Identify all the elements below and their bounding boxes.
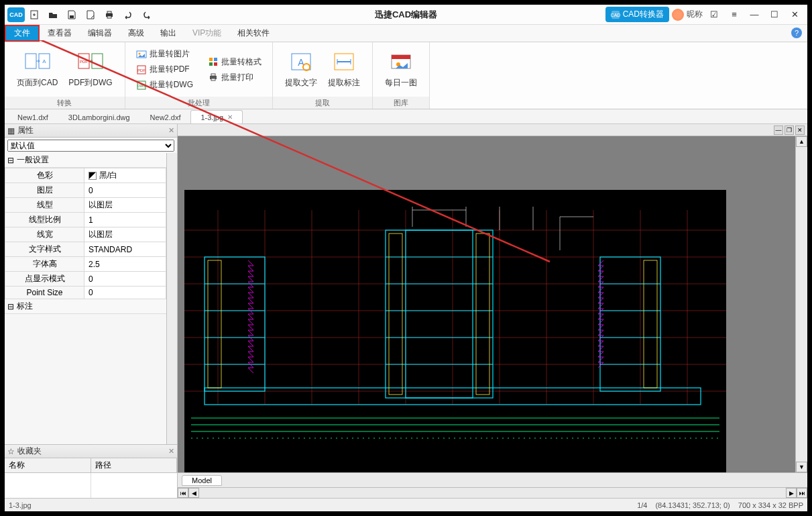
svg-rect-78: [208, 260, 221, 388]
menu-output[interactable]: 输出: [152, 25, 184, 42]
redo-icon[interactable]: [137, 7, 156, 23]
svg-rect-21: [209, 58, 213, 61]
prop-row-linetype[interactable]: 线型以图层: [5, 198, 166, 213]
prop-row-ltscale[interactable]: 线型比例1: [5, 213, 166, 227]
svg-rect-6: [107, 16, 111, 18]
menu-icon[interactable]: ≡: [726, 7, 743, 22]
fav-col-name[interactable]: 名称: [5, 458, 91, 472]
panel-close-icon[interactable]: ✕: [168, 126, 174, 135]
canvas-toolbar: — ❐ ✕: [178, 124, 807, 136]
svg-rect-27: [211, 79, 215, 81]
svg-point-16: [138, 52, 140, 54]
batch-image-button[interactable]: 批量转图片: [132, 47, 197, 61]
batch-format-button[interactable]: 批量转格式: [204, 55, 266, 69]
left-panel: ▦ 属性 ✕ 默认值 ⊟ 一般设置 色彩黑/白 图层0 线型以图层 线型比例1: [5, 124, 178, 498]
user-nickname[interactable]: 昵称: [672, 9, 703, 21]
prop-row-pointsize[interactable]: Point Size0: [5, 287, 166, 299]
undo-icon[interactable]: [119, 7, 137, 23]
prop-row-lineweight[interactable]: 线宽以图层: [5, 227, 166, 242]
close-button[interactable]: ✕: [786, 7, 803, 22]
prop-row-textstyle[interactable]: 文字样式STANDARD: [5, 242, 166, 257]
doc-tab-2[interactable]: 3DLamborgini.dwg: [58, 110, 140, 123]
canvas-close-icon[interactable]: ✕: [795, 125, 805, 135]
canvas-restore-icon[interactable]: ❐: [785, 125, 794, 135]
canvas-vertical-scrollbar[interactable]: ▲ ▼: [795, 136, 807, 472]
favorites-body: [5, 473, 177, 498]
properties-panel-header: ▦ 属性 ✕: [5, 124, 177, 138]
scroll-right-icon[interactable]: ▶: [786, 488, 797, 498]
default-value-select[interactable]: 默认值: [7, 140, 174, 152]
doc-tab-4[interactable]: 1-3.jpg✕: [190, 110, 243, 123]
maximize-button[interactable]: ☐: [766, 7, 783, 22]
viewport[interactable]: [178, 136, 795, 472]
canvas-minimize-icon[interactable]: —: [774, 125, 783, 135]
page-to-cad-button[interactable]: A 页面到CAD: [11, 48, 63, 91]
model-tabs: Model: [178, 472, 807, 487]
fav-col-path[interactable]: 路径: [91, 458, 178, 472]
prop-row-textheight[interactable]: 字体高2.5: [5, 257, 166, 272]
prop-row-layer[interactable]: 图层0: [5, 183, 166, 198]
menu-viewer[interactable]: 查看器: [40, 25, 80, 42]
menu-related[interactable]: 相关软件: [229, 25, 278, 42]
section-dim[interactable]: ⊟ 标注: [5, 299, 166, 314]
svg-rect-72: [600, 257, 660, 391]
scroll-down-icon[interactable]: ▼: [796, 462, 807, 472]
menu-editor[interactable]: 编辑器: [80, 25, 120, 42]
help-icon[interactable]: ?: [791, 28, 802, 38]
statusbar: 1-3.jpg 1/4 (84.13431; 352.713; 0) 700 x…: [5, 498, 807, 511]
properties-scrollbar[interactable]: [166, 153, 177, 444]
menu-advanced[interactable]: 高级: [120, 25, 152, 42]
scroll-left-far-icon[interactable]: ⏮: [178, 488, 188, 498]
prop-row-color[interactable]: 色彩黑/白: [5, 168, 166, 183]
svg-rect-66: [406, 230, 473, 398]
batch-pdf-button[interactable]: PDF批量转PDF: [132, 62, 197, 76]
svg-rect-23: [209, 62, 213, 66]
extract-text-button[interactable]: A 提取文字: [280, 48, 323, 91]
save-icon[interactable]: [62, 7, 81, 23]
cad-drawing: [184, 190, 726, 472]
favorites-panel-header: ☆ 收藏夹 ✕: [5, 445, 177, 458]
model-tab[interactable]: Model: [182, 475, 222, 486]
status-coords: (84.13431; 352.713; 0): [655, 501, 730, 509]
svg-text:PDF: PDF: [137, 68, 146, 72]
svg-rect-3: [70, 15, 74, 18]
properties-table: 色彩黑/白 图层0 线型以图层 线型比例1 线宽以图层 文字样式STANDARD…: [5, 168, 166, 299]
svg-rect-9: [25, 54, 36, 68]
daily-image-button[interactable]: 每日一图: [380, 48, 422, 91]
scroll-right-far-icon[interactable]: ⏭: [797, 488, 807, 498]
save-as-icon[interactable]: [81, 7, 100, 23]
feedback-icon[interactable]: ☑: [705, 7, 723, 22]
scroll-up-icon[interactable]: ▲: [796, 136, 807, 147]
avatar-icon: [672, 9, 684, 21]
ribbon-group-batch: 批处理: [125, 97, 272, 109]
prop-row-pointmode[interactable]: 点显示模式0: [5, 272, 166, 287]
svg-rect-22: [214, 58, 217, 61]
extract-dim-button[interactable]: 提取标注: [323, 48, 365, 91]
doc-tab-1[interactable]: New1.dxf: [7, 110, 58, 123]
svg-rect-80: [389, 234, 402, 395]
svg-text:CAD: CAD: [611, 13, 620, 17]
ribbon: A 页面到CAD PDF PDF到DWG 转换 批量转图片 PDF批量转PDF …: [5, 42, 807, 109]
scroll-left-icon[interactable]: ◀: [188, 488, 199, 498]
new-icon[interactable]: [25, 7, 44, 23]
doc-tab-3[interactable]: New2.dxf: [140, 110, 191, 123]
canvas-horizontal-scrollbar[interactable]: ⏮ ◀ ▶ ⏭: [178, 487, 807, 498]
pdf-to-dwg-button[interactable]: PDF PDF到DWG: [63, 48, 117, 91]
tab-close-icon[interactable]: ✕: [227, 113, 233, 121]
menubar: 文件 查看器 编辑器 高级 输出 VIP功能 相关软件 ?: [5, 25, 807, 42]
open-icon[interactable]: [44, 7, 62, 23]
batch-dwg-button[interactable]: DWG批量转DWG: [132, 78, 197, 92]
favorites-close-icon[interactable]: ✕: [168, 447, 174, 456]
batch-print-button[interactable]: 批量打印: [204, 70, 266, 85]
menu-vip[interactable]: VIP功能: [184, 25, 229, 42]
section-general[interactable]: ⊟ 一般设置: [5, 153, 166, 168]
canvas-area: — ❐ ✕: [178, 124, 807, 498]
ribbon-group-extract: 提取: [273, 97, 372, 109]
cad-converter-button[interactable]: CAD CAD转换器: [605, 7, 669, 22]
minimize-button[interactable]: —: [746, 7, 763, 22]
menu-file[interactable]: 文件: [5, 25, 40, 42]
svg-text:PDF: PDF: [80, 60, 88, 64]
print-icon[interactable]: [100, 7, 119, 23]
properties-icon: ▦: [7, 126, 15, 136]
svg-text:DWG: DWG: [137, 84, 146, 88]
